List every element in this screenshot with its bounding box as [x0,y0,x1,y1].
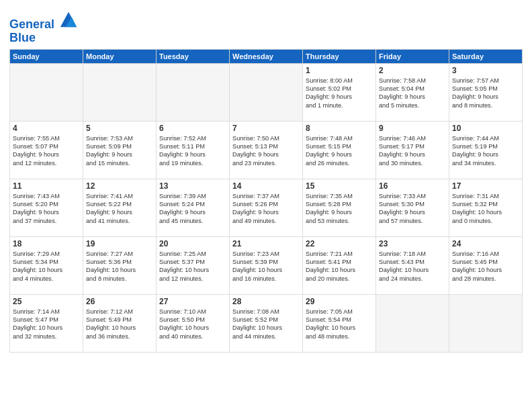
weekday-header-saturday: Saturday [449,49,523,63]
day-info: Sunrise: 7:52 AM Sunset: 5:11 PM Dayligh… [159,134,226,168]
day-number: 8 [306,124,373,133]
calendar-cell [10,63,83,121]
day-info: Sunrise: 7:43 AM Sunset: 5:20 PM Dayligh… [13,192,80,226]
calendar-cell: 13Sunrise: 7:39 AM Sunset: 5:24 PM Dayli… [157,179,230,236]
week-row-3: 11Sunrise: 7:43 AM Sunset: 5:20 PM Dayli… [10,179,523,236]
header: General Blue [9,7,523,45]
calendar-cell: 9Sunrise: 7:46 AM Sunset: 5:17 PM Daylig… [376,121,449,179]
day-number: 5 [86,124,153,133]
day-info: Sunrise: 7:10 AM Sunset: 5:50 PM Dayligh… [159,308,226,341]
day-info: Sunrise: 7:21 AM Sunset: 5:41 PM Dayligh… [306,250,373,283]
calendar-cell: 7Sunrise: 7:50 AM Sunset: 5:13 PM Daylig… [230,121,303,179]
day-number: 14 [232,181,300,191]
day-number: 25 [13,297,80,306]
day-number: 29 [306,297,373,306]
calendar-cell [230,63,303,121]
calendar-cell: 10Sunrise: 7:44 AM Sunset: 5:19 PM Dayli… [449,121,523,179]
day-number: 6 [159,124,226,133]
calendar-cell: 5Sunrise: 7:53 AM Sunset: 5:09 PM Daylig… [83,121,157,179]
calendar-cell: 6Sunrise: 7:52 AM Sunset: 5:11 PM Daylig… [157,121,230,179]
day-info: Sunrise: 7:53 AM Sunset: 5:09 PM Dayligh… [86,134,153,168]
day-info: Sunrise: 7:29 AM Sunset: 5:34 PM Dayligh… [13,250,80,283]
day-number: 26 [86,297,153,306]
day-info: Sunrise: 8:00 AM Sunset: 5:02 PM Dayligh… [306,77,373,110]
day-number: 19 [86,239,153,248]
day-number: 21 [232,239,300,248]
day-info: Sunrise: 7:48 AM Sunset: 5:15 PM Dayligh… [306,134,373,168]
calendar-table: SundayMondayTuesdayWednesdayThursdayFrid… [9,49,523,353]
day-info: Sunrise: 7:35 AM Sunset: 5:28 PM Dayligh… [306,192,373,226]
calendar-cell: 22Sunrise: 7:21 AM Sunset: 5:41 PM Dayli… [303,236,376,294]
day-info: Sunrise: 7:55 AM Sunset: 5:07 PM Dayligh… [13,134,80,168]
day-number: 12 [86,181,153,191]
day-number: 27 [159,297,226,306]
day-info: Sunrise: 7:23 AM Sunset: 5:39 PM Dayligh… [232,250,300,283]
day-info: Sunrise: 7:12 AM Sunset: 5:49 PM Dayligh… [86,308,153,341]
day-number: 10 [452,124,519,133]
day-number: 11 [13,181,80,191]
calendar-cell: 4Sunrise: 7:55 AM Sunset: 5:07 PM Daylig… [10,121,83,179]
calendar-cell: 15Sunrise: 7:35 AM Sunset: 5:28 PM Dayli… [303,179,376,236]
calendar-cell: 21Sunrise: 7:23 AM Sunset: 5:39 PM Dayli… [230,236,303,294]
weekday-header-wednesday: Wednesday [230,49,303,63]
weekday-header-row: SundayMondayTuesdayWednesdayThursdayFrid… [10,49,523,63]
day-info: Sunrise: 7:57 AM Sunset: 5:05 PM Dayligh… [452,77,519,110]
day-info: Sunrise: 7:31 AM Sunset: 5:32 PM Dayligh… [452,192,519,226]
week-row-5: 25Sunrise: 7:14 AM Sunset: 5:47 PM Dayli… [10,294,523,352]
day-info: Sunrise: 7:50 AM Sunset: 5:13 PM Dayligh… [232,134,300,168]
day-info: Sunrise: 7:58 AM Sunset: 5:04 PM Dayligh… [379,77,446,110]
calendar-cell: 23Sunrise: 7:18 AM Sunset: 5:43 PM Dayli… [376,236,449,294]
weekday-header-sunday: Sunday [10,49,83,63]
calendar-cell: 14Sunrise: 7:37 AM Sunset: 5:26 PM Dayli… [230,179,303,236]
logo: General Blue [9,9,78,45]
calendar-cell [376,294,449,352]
page: General Blue SundayMondayTuesdayWednesda… [0,0,532,411]
day-number: 13 [159,181,226,191]
day-info: Sunrise: 7:14 AM Sunset: 5:47 PM Dayligh… [13,308,80,341]
day-number: 24 [452,239,519,248]
calendar-cell: 20Sunrise: 7:25 AM Sunset: 5:37 PM Dayli… [157,236,230,294]
day-info: Sunrise: 7:33 AM Sunset: 5:30 PM Dayligh… [379,192,446,226]
day-info: Sunrise: 7:46 AM Sunset: 5:17 PM Dayligh… [379,134,446,168]
weekday-header-thursday: Thursday [303,49,376,63]
calendar-cell: 1Sunrise: 8:00 AM Sunset: 5:02 PM Daylig… [303,63,376,121]
week-row-4: 18Sunrise: 7:29 AM Sunset: 5:34 PM Dayli… [10,236,523,294]
calendar-cell [83,63,157,121]
day-info: Sunrise: 7:16 AM Sunset: 5:45 PM Dayligh… [452,250,519,283]
day-number: 1 [306,66,373,75]
day-number: 2 [379,66,446,75]
calendar-cell: 26Sunrise: 7:12 AM Sunset: 5:49 PM Dayli… [83,294,157,352]
day-info: Sunrise: 7:27 AM Sunset: 5:36 PM Dayligh… [86,250,153,283]
calendar-cell: 18Sunrise: 7:29 AM Sunset: 5:34 PM Dayli… [10,236,83,294]
day-info: Sunrise: 7:05 AM Sunset: 5:54 PM Dayligh… [306,308,373,341]
day-info: Sunrise: 7:37 AM Sunset: 5:26 PM Dayligh… [232,192,300,226]
day-number: 16 [379,181,446,191]
day-info: Sunrise: 7:39 AM Sunset: 5:24 PM Dayligh… [159,192,226,226]
day-info: Sunrise: 7:25 AM Sunset: 5:37 PM Dayligh… [159,250,226,283]
day-number: 4 [13,124,80,133]
day-info: Sunrise: 7:44 AM Sunset: 5:19 PM Dayligh… [452,134,519,168]
day-number: 23 [379,239,446,248]
day-number: 28 [232,297,300,306]
calendar-cell [449,294,523,352]
logo-icon [59,9,78,28]
calendar-cell: 28Sunrise: 7:08 AM Sunset: 5:52 PM Dayli… [230,294,303,352]
day-info: Sunrise: 7:18 AM Sunset: 5:43 PM Dayligh… [379,250,446,283]
logo-blue: Blue [9,32,78,45]
day-info: Sunrise: 7:41 AM Sunset: 5:22 PM Dayligh… [86,192,153,226]
week-row-1: 1Sunrise: 8:00 AM Sunset: 5:02 PM Daylig… [10,63,523,121]
calendar-cell: 8Sunrise: 7:48 AM Sunset: 5:15 PM Daylig… [303,121,376,179]
week-row-2: 4Sunrise: 7:55 AM Sunset: 5:07 PM Daylig… [10,121,523,179]
calendar-cell: 25Sunrise: 7:14 AM Sunset: 5:47 PM Dayli… [10,294,83,352]
day-number: 7 [232,124,300,133]
weekday-header-tuesday: Tuesday [157,49,230,63]
day-number: 15 [306,181,373,191]
day-number: 9 [379,124,446,133]
calendar-cell [157,63,230,121]
day-number: 3 [452,66,519,75]
calendar-cell: 3Sunrise: 7:57 AM Sunset: 5:05 PM Daylig… [449,63,523,121]
calendar-cell: 19Sunrise: 7:27 AM Sunset: 5:36 PM Dayli… [83,236,157,294]
day-number: 18 [13,239,80,248]
calendar-cell: 24Sunrise: 7:16 AM Sunset: 5:45 PM Dayli… [449,236,523,294]
calendar-cell: 17Sunrise: 7:31 AM Sunset: 5:32 PM Dayli… [449,179,523,236]
